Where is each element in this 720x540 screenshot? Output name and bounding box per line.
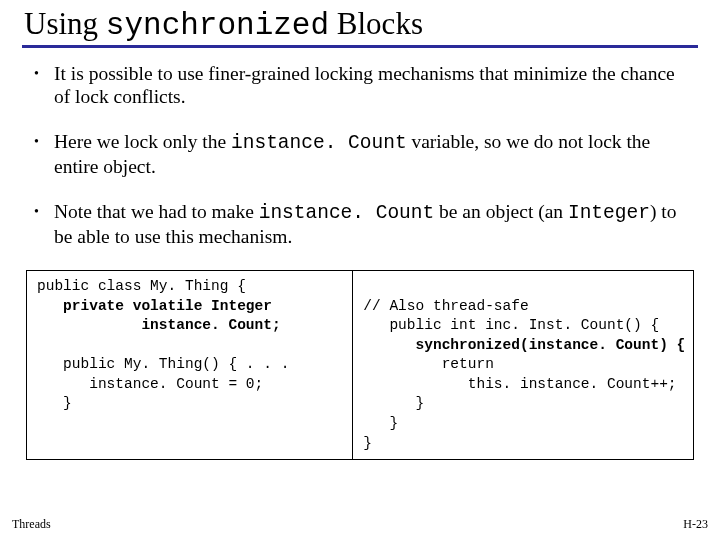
title-underline <box>22 45 698 48</box>
code-line: this. instance. Count++; <box>363 375 683 395</box>
inline-code: instance. Count <box>231 132 407 154</box>
code-line: private volatile Integer <box>37 297 342 317</box>
slide: Using synchronized Blocks It is possible… <box>0 0 720 540</box>
bullet-item: It is possible to use finer-grained lock… <box>28 62 692 108</box>
code-line: public class My. Thing { <box>37 277 342 297</box>
code-box-right: // Also thread-safe public int inc. Inst… <box>353 270 694 460</box>
code-line <box>363 277 683 297</box>
code-line: synchronized(instance. Count) { <box>363 336 683 356</box>
title-text-pre: Using <box>24 6 106 41</box>
footer-left: Threads <box>12 517 51 532</box>
code-line: } <box>363 414 683 434</box>
code-line: public My. Thing() { . . . <box>37 355 342 375</box>
code-line: return <box>363 355 683 375</box>
title-code: synchronized <box>106 8 329 43</box>
code-line: instance. Count; <box>37 316 342 336</box>
bullet-text: It is possible to use finer-grained lock… <box>54 63 675 107</box>
code-line: instance. Count = 0; <box>37 375 342 395</box>
title-text-post: Blocks <box>329 6 423 41</box>
inline-code: instance. Count <box>259 202 435 224</box>
code-row: public class My. Thing { private volatil… <box>26 270 694 460</box>
bullet-list: It is possible to use finer-grained lock… <box>22 62 698 248</box>
code-line <box>37 336 342 356</box>
bullet-text: Here we lock only the <box>54 131 231 152</box>
bullet-text: Note that we had to make <box>54 201 259 222</box>
inline-code: Integer <box>568 202 650 224</box>
slide-title: Using synchronized Blocks <box>22 6 698 43</box>
code-line: // Also thread-safe <box>363 297 683 317</box>
footer-right: H-23 <box>683 517 708 532</box>
code-line: public int inc. Inst. Count() { <box>363 316 683 336</box>
code-box-left: public class My. Thing { private volatil… <box>26 270 353 460</box>
bullet-item: Note that we had to make instance. Count… <box>28 200 692 248</box>
bullet-item: Here we lock only the instance. Count va… <box>28 130 692 178</box>
bullet-text: be an object (an <box>434 201 568 222</box>
code-line: } <box>363 394 683 414</box>
code-line: } <box>37 394 342 414</box>
code-line: } <box>363 434 683 454</box>
